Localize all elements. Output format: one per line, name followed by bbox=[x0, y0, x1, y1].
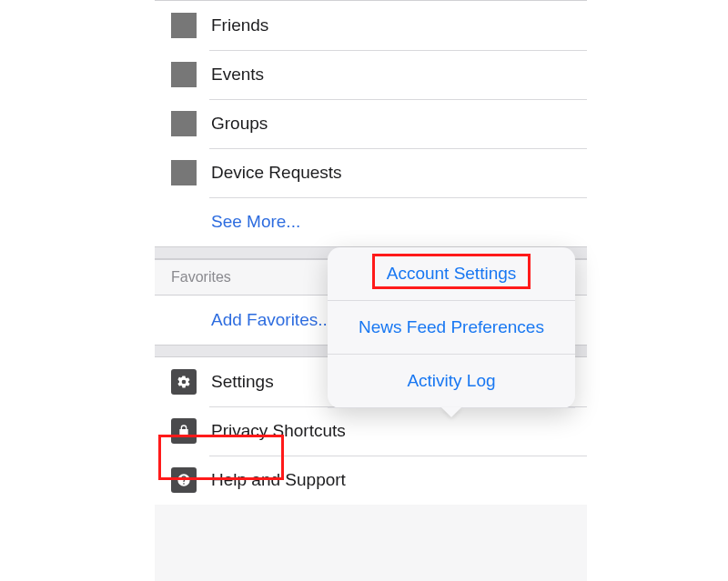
see-more-link: See More... bbox=[211, 212, 300, 232]
popover-item-label: Activity Log bbox=[407, 371, 495, 390]
menu-item-label: Help and Support bbox=[211, 470, 346, 490]
settings-popover: Account Settings News Feed Preferences A… bbox=[328, 247, 575, 408]
popover-item-activity-log[interactable]: Activity Log bbox=[328, 355, 575, 408]
menu-item-see-more[interactable]: See More... bbox=[155, 197, 587, 246]
popover-item-label: News Feed Preferences bbox=[359, 317, 544, 336]
lock-icon bbox=[171, 418, 197, 444]
menu-item-label: Events bbox=[211, 65, 264, 85]
menu-item-friends[interactable]: Friends bbox=[155, 1, 587, 50]
menu-item-label: Friends bbox=[211, 15, 268, 35]
menu-item-privacy-shortcuts[interactable]: Privacy Shortcuts bbox=[155, 406, 587, 456]
menu-item-events[interactable]: Events bbox=[155, 50, 587, 99]
popover-item-account-settings[interactable]: Account Settings bbox=[328, 247, 575, 301]
menu-item-help-support[interactable]: Help and Support bbox=[155, 456, 587, 505]
menu-item-label: Groups bbox=[211, 114, 268, 134]
popover-item-label: Account Settings bbox=[387, 264, 517, 283]
placeholder-icon bbox=[171, 160, 197, 185]
menu-section: Friends Events Groups Device Requests Se… bbox=[155, 1, 587, 246]
menu-item-groups[interactable]: Groups bbox=[155, 99, 587, 148]
menu-item-label: Settings bbox=[211, 372, 274, 392]
placeholder-icon bbox=[171, 62, 197, 87]
gear-icon bbox=[171, 369, 197, 395]
popover-tail bbox=[441, 407, 461, 417]
add-favorites-link: Add Favorites... bbox=[211, 310, 332, 330]
menu-item-label: Device Requests bbox=[211, 163, 342, 183]
popover-item-news-feed-preferences[interactable]: News Feed Preferences bbox=[328, 301, 575, 355]
question-icon bbox=[171, 467, 197, 493]
menu-item-device-requests[interactable]: Device Requests bbox=[155, 148, 587, 197]
placeholder-icon bbox=[171, 111, 197, 136]
placeholder-icon bbox=[171, 13, 197, 38]
menu-item-label: Privacy Shortcuts bbox=[211, 421, 346, 441]
